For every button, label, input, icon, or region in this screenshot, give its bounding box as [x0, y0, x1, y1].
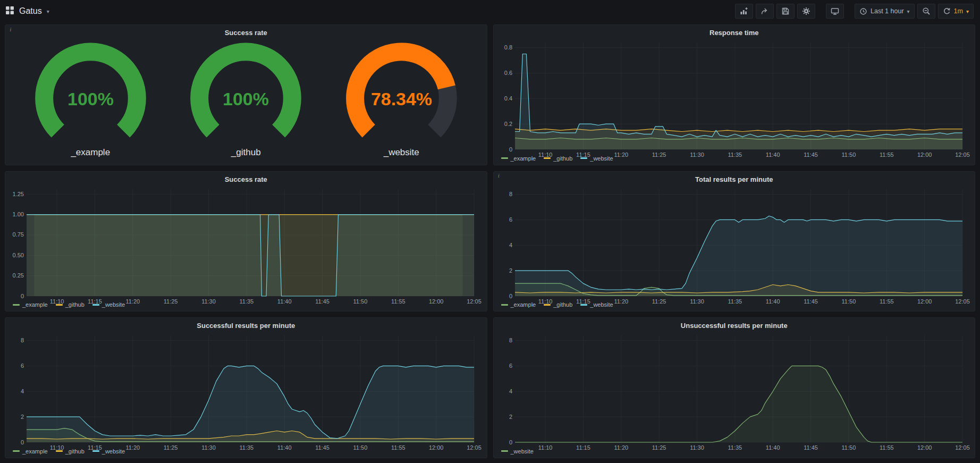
bar-chart-plus-icon	[740, 7, 748, 15]
panel-success-rate-gauges: i Success rate 100% _example 100% _githu…	[5, 24, 487, 165]
panel-unsuccessful-results: Unsuccessful results per minute 11:1011:…	[493, 317, 976, 458]
legend-item-_website[interactable]: _website	[580, 155, 613, 162]
svg-text:0.75: 0.75	[13, 231, 24, 238]
svg-text:0: 0	[21, 292, 24, 299]
share-arrow-icon	[761, 7, 769, 15]
gauge-_website: 78.34% _website	[324, 41, 479, 158]
legend-item-_website[interactable]: _website	[580, 301, 613, 308]
gauge-group: 100% _example 100% _github 78.34% _websi…	[5, 38, 487, 165]
svg-text:0: 0	[509, 146, 512, 153]
gauge-label: _github	[231, 147, 261, 158]
gauge-_github: 100% _github	[168, 41, 324, 158]
svg-text:0.4: 0.4	[504, 95, 512, 102]
panel-title[interactable]: Unsuccessful results per minute	[494, 318, 975, 331]
grafana-logo-icon[interactable]	[5, 6, 14, 17]
legend: _example_github_website	[494, 300, 975, 311]
panel-title[interactable]: Success rate	[5, 25, 487, 38]
svg-text:0: 0	[509, 292, 512, 299]
svg-text:0.25: 0.25	[13, 272, 24, 279]
dashboard-dropdown-caret[interactable]: ▾	[47, 9, 49, 14]
add-panel-button[interactable]	[735, 4, 753, 19]
svg-text:100%: 100%	[223, 89, 269, 109]
legend: _example_github_website	[5, 447, 487, 458]
floppy-disk-icon	[781, 7, 790, 15]
panel-response-time: Response time 11:1011:1511:2011:2511:301…	[493, 24, 976, 165]
legend-item-_example[interactable]: _example	[13, 448, 48, 454]
dashboard-settings-button[interactable]	[797, 4, 815, 19]
svg-text:4: 4	[509, 388, 512, 394]
time-range-label: Last 1 hour	[871, 7, 904, 15]
monitor-icon	[831, 7, 839, 15]
panel-info-icon[interactable]: i	[7, 26, 14, 33]
legend-item-_github[interactable]: _github	[56, 301, 85, 308]
dashboard-grid: i Success rate 100% _example 100% _githu…	[0, 22, 980, 463]
svg-text:8: 8	[509, 337, 512, 343]
svg-text:1.25: 1.25	[13, 190, 24, 197]
svg-text:4: 4	[21, 388, 24, 394]
legend-item-_website[interactable]: _website	[92, 448, 125, 454]
legend-item-_example[interactable]: _example	[501, 301, 536, 308]
svg-text:8: 8	[509, 191, 512, 197]
time-range-caret: ▾	[907, 9, 910, 14]
time-range-picker[interactable]: Last 1 hour ▾	[855, 4, 915, 19]
refresh-interval-label: 1m	[954, 7, 963, 15]
legend-item-_website[interactable]: _website	[92, 301, 125, 308]
legend-item-_github[interactable]: _github	[56, 448, 85, 454]
refresh-picker[interactable]: 1m ▾	[938, 4, 974, 19]
svg-text:6: 6	[509, 216, 512, 223]
navbar: Gatus ▾	[0, 0, 980, 22]
panel-successful-results: Successful results per minute 11:1011:15…	[5, 317, 487, 458]
legend-item-_example[interactable]: _example	[501, 155, 536, 162]
gear-icon	[802, 7, 810, 15]
circular-arrows-icon	[943, 7, 951, 15]
svg-text:2: 2	[21, 414, 24, 420]
svg-text:0.50: 0.50	[13, 251, 24, 258]
svg-text:0.6: 0.6	[504, 70, 512, 76]
panel-title[interactable]: Success rate	[5, 172, 487, 185]
magnifier-minus-icon	[922, 7, 931, 15]
svg-text:78.34%: 78.34%	[371, 89, 432, 109]
svg-text:100%: 100%	[67, 89, 114, 109]
svg-text:6: 6	[509, 363, 512, 369]
dashboard-title[interactable]: Gatus	[19, 6, 42, 16]
legend: _example_github_website	[5, 300, 487, 311]
svg-text:0: 0	[21, 439, 24, 445]
panel-title[interactable]: Total results per minute	[494, 172, 975, 185]
successful-results-chart[interactable]: 11:1011:1511:2011:2511:3011:3511:4011:45…	[9, 332, 481, 447]
legend: _website	[494, 447, 975, 458]
refresh-caret: ▾	[966, 9, 969, 14]
clock-icon	[859, 7, 867, 15]
save-dashboard-button[interactable]	[776, 4, 795, 19]
success-rate-chart[interactable]: 11:1011:1511:2011:2511:3011:3511:4011:45…	[9, 186, 481, 300]
gauge-label: _example	[71, 147, 110, 158]
legend-item-_example[interactable]: _example	[13, 301, 48, 308]
svg-text:6: 6	[21, 363, 24, 369]
tv-mode-button[interactable]	[826, 4, 844, 19]
svg-text:4: 4	[509, 241, 512, 248]
gauge-_example: 100% _example	[13, 41, 168, 158]
zoom-out-time-button[interactable]	[917, 4, 935, 19]
panel-info-icon[interactable]: i	[495, 172, 503, 180]
legend: _example_github_website	[494, 154, 975, 165]
svg-text:2: 2	[509, 267, 512, 273]
total-results-chart[interactable]: 11:1011:1511:2011:2511:3011:3511:4011:45…	[497, 186, 970, 300]
unsuccessful-results-chart[interactable]: 11:1011:1511:2011:2511:3011:3511:4011:45…	[497, 332, 970, 447]
svg-text:0.2: 0.2	[504, 121, 512, 127]
svg-text:0: 0	[509, 439, 512, 445]
panel-success-rate-graph: Success rate 11:1011:1511:2011:2511:3011…	[5, 171, 487, 312]
legend-item-_website[interactable]: _website	[501, 448, 534, 454]
share-dashboard-button[interactable]	[756, 4, 774, 19]
panel-title[interactable]: Response time	[494, 25, 975, 38]
legend-item-_github[interactable]: _github	[544, 155, 572, 162]
svg-text:0.8: 0.8	[504, 44, 512, 50]
svg-text:1.00: 1.00	[13, 211, 24, 217]
gauge-label: _website	[384, 147, 419, 158]
panel-total-results: i Total results per minute 11:1011:1511:…	[493, 171, 976, 312]
legend-item-_github[interactable]: _github	[544, 301, 572, 308]
panel-title[interactable]: Successful results per minute	[5, 318, 487, 331]
svg-text:8: 8	[21, 337, 24, 343]
response-time-chart[interactable]: 11:1011:1511:2011:2511:3011:3511:4011:45…	[497, 39, 970, 154]
svg-text:2: 2	[509, 414, 512, 420]
